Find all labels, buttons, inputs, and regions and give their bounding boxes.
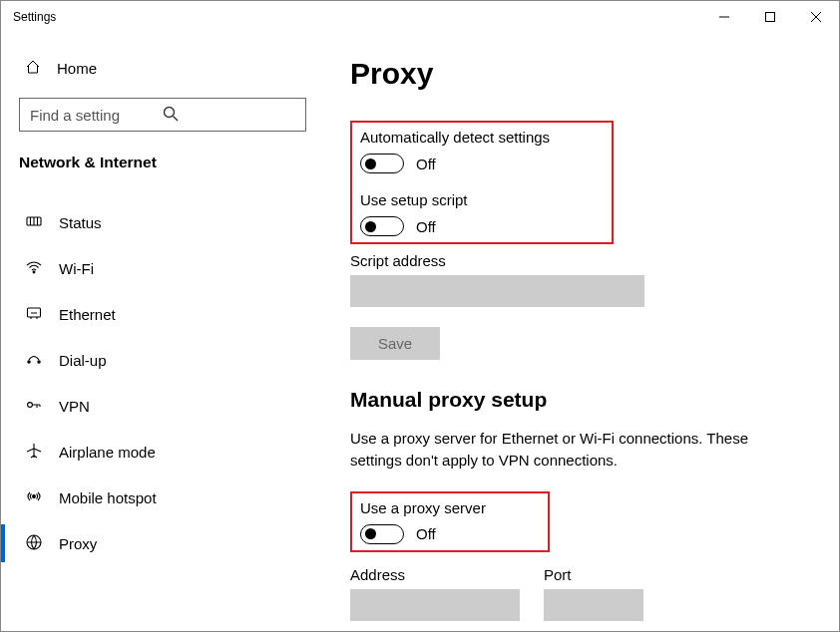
content-panel: Proxy Automatically detect settings Off … <box>320 33 839 631</box>
sidebar-item-airplane[interactable]: Airplane mode <box>1 429 320 474</box>
window-title: Settings <box>13 10 56 24</box>
title-bar: Settings <box>1 1 839 33</box>
svg-rect-0 <box>766 13 775 22</box>
sidebar-item-label: Status <box>59 214 102 231</box>
dialup-icon <box>25 350 43 371</box>
settings-window: Settings Home Find a setting <box>0 0 840 632</box>
sidebar-section-title: Network & Internet <box>1 150 320 181</box>
minimize-button[interactable] <box>701 1 747 33</box>
auto-detect-label: Automatically detect settings <box>360 129 550 146</box>
script-address-input[interactable] <box>350 275 644 307</box>
sidebar-item-vpn[interactable]: VPN <box>1 383 320 429</box>
highlight-box-auto: Automatically detect settings Off Use se… <box>350 121 614 244</box>
search-placeholder: Find a setting <box>30 107 163 124</box>
sidebar-item-dialup[interactable]: Dial-up <box>1 337 320 383</box>
hotspot-icon <box>25 487 43 508</box>
setup-script-label: Use setup script <box>360 191 550 208</box>
sidebar-item-status[interactable]: Status <box>1 199 320 245</box>
svg-point-8 <box>33 494 36 497</box>
use-proxy-state: Off <box>416 525 436 542</box>
home-label: Home <box>57 60 97 77</box>
highlight-box-manual: Use a proxy server Off <box>350 491 550 552</box>
sidebar-item-proxy[interactable]: Proxy <box>1 520 320 566</box>
auto-detect-state: Off <box>416 156 436 172</box>
setup-script-state: Off <box>416 218 436 235</box>
setup-script-toggle[interactable] <box>360 216 404 236</box>
sidebar-item-label: Dial-up <box>59 352 107 369</box>
home-icon <box>25 59 41 78</box>
search-icon <box>163 106 295 125</box>
address-port-row: Address Port <box>350 558 799 621</box>
status-icon <box>25 212 43 233</box>
vpn-icon <box>25 396 43 417</box>
auto-detect-toggle[interactable] <box>360 154 404 173</box>
search-input[interactable]: Find a setting <box>19 98 306 132</box>
sidebar-nav: Status Wi-Fi Ethernet <box>1 181 320 566</box>
sidebar-item-wifi[interactable]: Wi-Fi <box>1 245 320 291</box>
port-input[interactable] <box>544 589 643 621</box>
save-button[interactable]: Save <box>350 327 440 360</box>
maximize-button[interactable] <box>747 1 793 33</box>
wifi-icon <box>25 258 43 279</box>
sidebar-item-label: Wi-Fi <box>59 260 94 277</box>
sidebar-item-label: VPN <box>59 398 90 415</box>
sidebar: Home Find a setting Network & Internet S… <box>1 33 320 631</box>
sidebar-item-label: Airplane mode <box>59 444 156 461</box>
port-label: Port <box>544 566 643 583</box>
proxy-icon <box>25 533 43 554</box>
use-proxy-toggle[interactable] <box>360 524 404 544</box>
svg-point-7 <box>28 402 33 407</box>
sidebar-item-label: Mobile hotspot <box>59 489 157 506</box>
sidebar-item-label: Ethernet <box>59 306 116 323</box>
page-title: Proxy <box>350 57 799 91</box>
sidebar-item-ethernet[interactable]: Ethernet <box>1 291 320 337</box>
svg-point-1 <box>165 107 175 117</box>
close-button[interactable] <box>793 1 839 33</box>
svg-point-6 <box>38 360 40 362</box>
home-link[interactable]: Home <box>1 53 320 88</box>
sidebar-item-hotspot[interactable]: Mobile hotspot <box>1 474 320 520</box>
svg-point-3 <box>33 271 35 273</box>
use-proxy-label: Use a proxy server <box>360 499 486 516</box>
manual-setup-description: Use a proxy server for Ethernet or Wi-Fi… <box>350 428 779 472</box>
ethernet-icon <box>25 304 43 325</box>
address-label: Address <box>350 566 520 583</box>
svg-point-5 <box>28 360 30 362</box>
address-input[interactable] <box>350 589 520 621</box>
airplane-icon <box>25 442 43 463</box>
script-address-label: Script address <box>350 252 799 269</box>
sidebar-item-label: Proxy <box>59 535 97 552</box>
manual-setup-heading: Manual proxy setup <box>350 388 799 412</box>
